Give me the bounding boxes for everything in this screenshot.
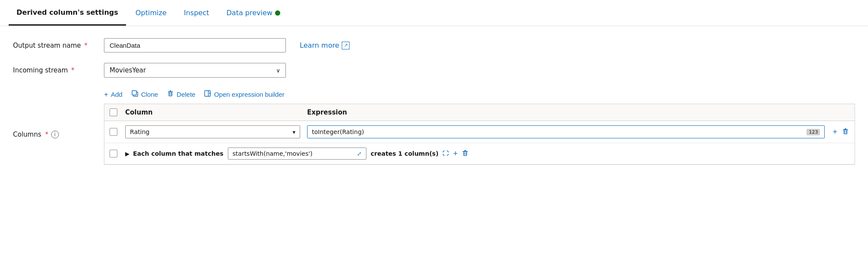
svg-rect-13	[463, 151, 466, 155]
row2-actions: +	[442, 149, 469, 158]
delete-label: Delete	[177, 91, 195, 98]
row1-expression-badge: 123	[806, 129, 820, 135]
row2-expression-input[interactable]: startsWith(name,'movies') ⤢	[228, 147, 366, 160]
tab-optimize-label: Optimize	[136, 9, 167, 17]
external-link-icon	[342, 42, 350, 49]
row1-checkbox[interactable]	[110, 128, 117, 136]
row1-column-dropdown[interactable]: Rating ▾	[125, 125, 300, 138]
header-column: Column	[125, 108, 307, 116]
incoming-stream-select[interactable]: MoviesYear ∨	[104, 63, 286, 78]
required-star-incoming: *	[69, 66, 74, 74]
add-icon: +	[104, 91, 108, 98]
tab-bar: Derived column's settings Optimize Inspe…	[0, 0, 868, 26]
row2-each-column-text: Each column that matches	[133, 150, 223, 157]
learn-more-label: Learn more	[300, 41, 339, 49]
tab-inspect[interactable]: Inspect	[176, 0, 217, 26]
required-star-output: *	[82, 42, 87, 49]
row1-column-chevron-icon: ▾	[292, 129, 295, 135]
clone-button[interactable]: Clone	[131, 88, 158, 100]
row2-checkbox-cell	[110, 150, 125, 157]
incoming-stream-value: MoviesYear	[110, 66, 276, 74]
tab-settings[interactable]: Derived column's settings	[9, 0, 126, 26]
columns-table: Column Expression Rating ▾	[104, 104, 855, 165]
open-expression-builder-icon	[204, 90, 211, 98]
row1-actions: +	[832, 128, 849, 137]
incoming-stream-label: Incoming stream *	[13, 66, 104, 74]
row2-creates-text: creates 1 column(s)	[371, 150, 439, 157]
tab-datapreview-label: Data preview	[227, 9, 272, 17]
row2-expand-icon: ⤢	[357, 151, 362, 157]
svg-rect-1	[132, 91, 136, 95]
row2-checkbox[interactable]	[110, 150, 117, 157]
data-preview-dot	[275, 10, 280, 16]
required-star-columns: *	[45, 131, 49, 138]
table-header: Column Expression	[104, 104, 855, 121]
row1-add-button[interactable]: +	[832, 128, 837, 136]
header-checkbox[interactable]	[110, 108, 117, 116]
open-expression-builder-label: Open expression builder	[214, 91, 285, 98]
svg-rect-2	[169, 92, 172, 96]
delete-button[interactable]: Delete	[167, 88, 195, 100]
columns-info-icon[interactable]: i	[51, 131, 59, 138]
row2-expand-arrow-icon[interactable]: ▶	[125, 151, 130, 157]
row2-add-button[interactable]: +	[453, 150, 458, 157]
columns-section: + Add Clone	[13, 88, 855, 165]
table-row: ▶ Each column that matches startsWith(na…	[104, 143, 855, 164]
clone-icon	[131, 90, 139, 98]
header-checkbox-cell	[110, 108, 125, 116]
row1-expression-value: toInteger(Rating)	[312, 128, 804, 135]
svg-rect-8	[844, 130, 847, 134]
row1-column-value: Rating	[130, 128, 292, 135]
tab-datapreview[interactable]: Data preview	[219, 0, 288, 26]
main-content: Output stream name * Learn more Incoming…	[0, 26, 868, 177]
toolbar-row: + Add Clone	[13, 88, 855, 100]
table-row: Rating ▾ toInteger(Rating) 123 +	[104, 121, 855, 143]
output-stream-name-row: Output stream name * Learn more	[13, 38, 855, 52]
open-expression-builder-button[interactable]: Open expression builder	[204, 88, 285, 100]
tab-optimize[interactable]: Optimize	[128, 0, 175, 26]
row1-checkbox-cell	[110, 128, 125, 136]
row2-expression-value: startsWith(name,'movies')	[233, 150, 354, 157]
header-expression: Expression	[307, 108, 849, 116]
columns-label-row: Columns * i Column Expression	[13, 104, 855, 165]
row1-expression-input[interactable]: toInteger(Rating) 123	[307, 125, 825, 138]
output-stream-name-label: Output stream name *	[13, 42, 104, 49]
row1-expression-cell: toInteger(Rating) 123 +	[307, 125, 849, 138]
row2-delete-button[interactable]	[461, 149, 469, 158]
tab-inspect-label: Inspect	[184, 9, 209, 17]
add-button[interactable]: + Add	[104, 89, 123, 100]
columns-label: Columns * i	[13, 131, 104, 138]
delete-icon	[167, 90, 174, 98]
clone-label: Clone	[141, 91, 158, 98]
row1-column-select-cell: Rating ▾	[125, 125, 307, 138]
output-stream-name-input[interactable]	[104, 38, 286, 52]
incoming-stream-chevron-icon: ∨	[276, 67, 280, 74]
learn-more-link[interactable]: Learn more	[300, 41, 350, 49]
incoming-stream-row: Incoming stream * MoviesYear ∨	[13, 63, 855, 78]
add-label: Add	[111, 91, 123, 98]
row1-delete-button[interactable]	[842, 128, 849, 137]
tab-settings-label: Derived column's settings	[16, 8, 118, 16]
row2-collapse-button[interactable]	[442, 150, 450, 157]
